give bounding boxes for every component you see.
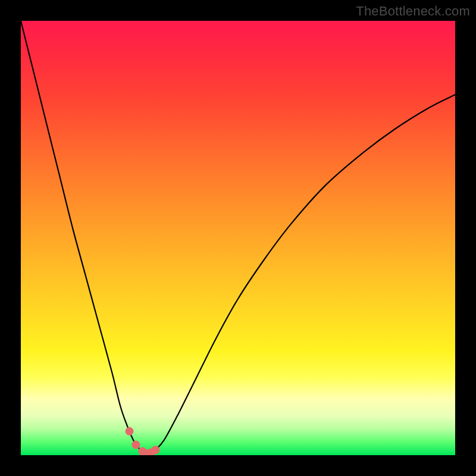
chart-frame: TheBottleneck.com bbox=[0, 0, 476, 476]
marker-group bbox=[126, 427, 160, 455]
bottleneck-curve bbox=[21, 21, 455, 453]
marker-point bbox=[126, 427, 134, 436]
chart-svg bbox=[21, 21, 455, 455]
marker-point bbox=[151, 446, 159, 454]
watermark-text: TheBottleneck.com bbox=[356, 4, 470, 19]
marker-point bbox=[131, 440, 140, 449]
plot-area bbox=[21, 21, 455, 455]
